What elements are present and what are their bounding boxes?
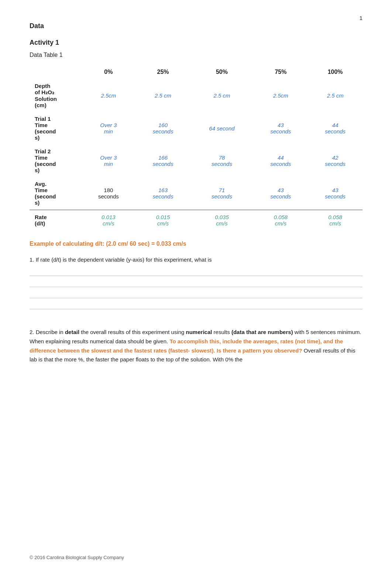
question-2: 2. Describe in detail the overall result… [30,328,362,364]
table-row: Avg.Time(seconds) 180seconds 163seconds … [30,177,362,210]
q2-bold-numerical: numerical [186,329,212,335]
col-header-0: 0% [81,65,136,79]
col-header-100: 100% [308,65,362,79]
footer: © 2016 Carolina Biological Supply Compan… [30,555,124,560]
answer-line [30,301,362,309]
answer-line [30,279,362,287]
table-row: Trial 1Time(seconds) Over 3min 160second… [30,112,362,144]
q2-bold-paren: (data that are numbers) [231,329,293,335]
q2-bold-detail: detail [65,329,79,335]
col-header-50: 50% [190,65,253,79]
col-header-75: 75% [254,65,308,79]
question-1-text: 1. If rate (d/t) is the dependent variab… [30,256,212,263]
data-table: 0% 25% 50% 75% 100% Depthof H₂O₂Solution… [30,65,362,230]
table-row: Depthof H₂O₂Solution(cm) 2.5cm 2.5 cm 2.… [30,79,362,112]
col-header-empty [30,65,81,79]
example-line: Example of calculating d/t: (2.0 cm/ 60 … [30,241,362,247]
page-number: 1 [360,15,362,21]
table-row: Trial 2Time(seconds) Over 3min 166second… [30,144,362,177]
row-label-avg: Avg.Time(seconds) [35,181,56,206]
row-label-depth: Depthof H₂O₂Solution(cm) [35,83,57,108]
table-row: Rate(d/t) 0.013cm/s 0.015cm/s 0.035cm/s … [30,210,362,230]
table-label: Data Table 1 [30,52,362,58]
answer-line [30,290,362,298]
section-heading: Data [30,22,362,30]
col-header-25: 25% [136,65,190,79]
row-label-trial2: Trial 2Time(seconds) [35,148,56,173]
answer-line [30,268,362,276]
question-1: 1. If rate (d/t) is the dependent variab… [30,255,362,309]
activity-heading: Activity 1 [30,39,362,47]
row-label-rate: Rate(d/t) [35,214,47,227]
row-label-trial1: Trial 1Time(seconds) [35,116,56,141]
question-2-text: 2. Describe in detail the overall result… [30,328,362,364]
q2-orange-instruction: To accomplish this, include the averages… [30,338,343,354]
